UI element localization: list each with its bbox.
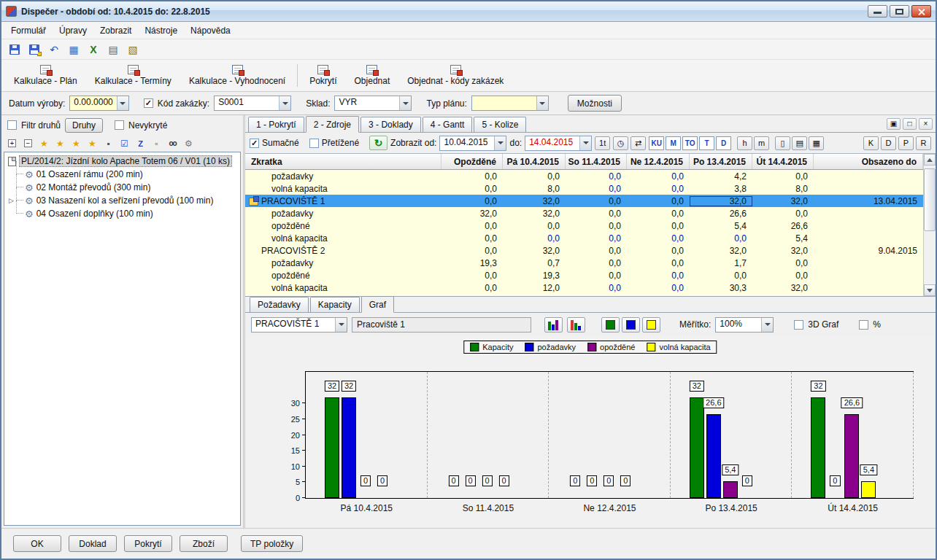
action-button-kalkulace-terminy[interactable]: Kalkulace - Termíny	[87, 61, 180, 90]
period-button-p[interactable]: P	[898, 136, 914, 150]
filter-button-m[interactable]: M	[666, 136, 681, 150]
menu-upravy[interactable]: Úpravy	[53, 23, 93, 39]
dock-icon[interactable]: ▣	[887, 118, 901, 130]
unit-button-h[interactable]: h	[737, 136, 752, 150]
pokryti-button[interactable]: Pokrytí	[124, 535, 172, 552]
dot-icon[interactable]: ▪	[101, 136, 116, 151]
table-row[interactable]: volná kapacita0,012,00,00,030,332,0	[245, 281, 923, 294]
doklad-button[interactable]: Doklad	[69, 535, 117, 552]
workplace-dropdown-button[interactable]	[335, 318, 347, 332]
column-header-po-13-4-2015[interactable]: Po 13.4.2015	[690, 154, 752, 169]
filtr-druhu-checkbox[interactable]	[7, 120, 17, 130]
column-header-ut-14-4-2015[interactable]: Út 14.4.2015	[752, 154, 814, 169]
datum-vyroby-dropdown-button[interactable]	[117, 96, 128, 110]
table-row[interactable]: volná kapacita0,00,00,00,00,05,4	[245, 232, 923, 244]
table-icon[interactable]: ▦	[65, 42, 82, 58]
tree-item-04-osazeni-doplnky-1[interactable]: ⚙04 Osazení doplňky (100 min)	[15, 207, 239, 220]
sklad-combo[interactable]: VYR	[334, 96, 412, 111]
clock-icon[interactable]: ◷	[613, 136, 628, 150]
filter-button-ku[interactable]: KU	[649, 136, 664, 150]
undo-icon[interactable]: ↶	[45, 42, 63, 58]
notebook-icon[interactable]: ▧	[124, 42, 142, 58]
sumacne-checkbox[interactable]: ✓	[250, 139, 259, 148]
binoculars-icon[interactable]: oo	[165, 136, 180, 151]
maximize-button[interactable]	[890, 5, 909, 18]
period-button-r[interactable]: R	[916, 136, 931, 150]
tab-2-zdroje[interactable]: 2 - Zdroje	[306, 116, 359, 133]
star-remove-icon[interactable]: ★	[69, 136, 84, 151]
unit-button-m[interactable]: m	[754, 136, 769, 150]
series-color-button-1[interactable]	[622, 317, 640, 332]
table-row[interactable]: volná kapacita0,08,00,00,03,88,0	[245, 182, 923, 195]
save-as-icon[interactable]	[26, 42, 43, 58]
print-icon[interactable]: ▤	[104, 42, 122, 58]
filter-button-d[interactable]: D	[716, 136, 731, 150]
action-button-kalkulace-vyhodnoceni[interactable]: Kalkulace - Vyhodnocení	[181, 61, 293, 90]
sklad-dropdown-button[interactable]	[399, 96, 411, 110]
zbozi-button[interactable]: Zboží	[180, 535, 228, 552]
scroll-up-button[interactable]	[924, 154, 936, 166]
star-icon[interactable]: ★	[36, 136, 52, 151]
table-row[interactable]: PRACOVIŠTĚ 10,032,00,00,032,032,013.04.2…	[245, 195, 923, 207]
tab-4-gantt[interactable]: 4 - Gantt	[423, 117, 473, 133]
menu-zobrazit[interactable]: Zobrazit	[93, 23, 138, 39]
star-edit-icon[interactable]: ★	[85, 136, 100, 151]
minimize-button[interactable]	[868, 5, 887, 18]
view-week-icon[interactable]: ▤	[792, 136, 807, 150]
save-icon[interactable]	[6, 42, 23, 58]
column-header-opozdene[interactable]: Opožděné	[441, 154, 503, 169]
workplace-combo[interactable]: PRACOVIŠTĚ 1	[251, 317, 347, 332]
close-panel-icon[interactable]: ×	[919, 118, 933, 130]
action-button-pokryti[interactable]: Pokrytí	[301, 61, 344, 90]
titlebar[interactable]: Dispečer - období od: 10.4.2015 do: 22.8…	[1, 1, 936, 22]
maximize-panel-icon[interactable]: □	[903, 118, 917, 130]
menu-napoveda[interactable]: Nápověda	[184, 23, 237, 39]
chart-type-stacked-icon[interactable]	[567, 317, 585, 332]
checkbox-icon[interactable]: ☑	[117, 136, 132, 151]
chart-type-bars-icon[interactable]	[544, 317, 563, 332]
close-button[interactable]	[911, 5, 931, 18]
scroll-down-button[interactable]	[924, 284, 936, 296]
date-from-combo[interactable]: 10.04.2015	[439, 136, 506, 151]
tp-polozky-button[interactable]: TP položky	[241, 535, 303, 552]
tree-item-02-montaz-prevodu-30[interactable]: ⚙02 Montáž převodů (300 min)	[15, 181, 239, 194]
column-header-so-11-4-2015[interactable]: So 11.4.2015	[566, 154, 627, 169]
swap-icon[interactable]: ⇄	[631, 136, 646, 150]
ok-button[interactable]: OK	[13, 535, 61, 552]
tab-pozadavky[interactable]: Požadavky	[250, 297, 309, 313]
meritko-dropdown-button[interactable]	[761, 318, 773, 332]
date-to-combo[interactable]: 14.04.2015	[525, 136, 592, 151]
tree-root-item[interactable]: PL/2014/2: Jízdní kolo Apache Totem 06 /…	[6, 155, 239, 168]
view-grid-icon[interactable]: ▦	[809, 136, 824, 150]
3d-graf-checkbox[interactable]	[794, 320, 803, 330]
column-header-pa-10-4-2015[interactable]: Pá 10.4.2015	[503, 154, 566, 169]
tree-item-03-nasazeni-kol-a-se[interactable]: ▷⚙03 Nasazení kol a seřízení převodů (10…	[15, 194, 239, 207]
action-button-objednat[interactable]: Objednat	[347, 61, 398, 90]
typ-planu-dropdown-button[interactable]	[536, 96, 548, 110]
percent-checkbox[interactable]	[859, 320, 868, 330]
date-to-dropdown-button[interactable]	[579, 136, 591, 150]
scroll-track[interactable]	[924, 166, 936, 284]
collapse-all-icon[interactable]: −	[20, 136, 36, 151]
tab-kapacity[interactable]: Kapacity	[310, 297, 360, 313]
kod-zakazky-checkbox[interactable]: ✓	[144, 98, 153, 108]
table-row[interactable]: PRACOVIŠTĚ 20,032,00,00,032,032,09.04.20…	[245, 244, 923, 257]
expand-all-icon[interactable]: +	[4, 136, 20, 151]
action-button-kalkulace-plan[interactable]: Kalkulace - Plán	[6, 61, 85, 90]
table-row[interactable]: požadavky0,00,00,00,04,20,0	[245, 170, 923, 182]
star-add-icon[interactable]: ★	[53, 136, 68, 151]
series-color-button-2[interactable]	[642, 317, 660, 332]
tab-1-pokryti[interactable]: 1 - Pokrytí	[248, 117, 304, 133]
tree-item-01-osazeni-ramu-200-[interactable]: ⚙01 Osazení rámu (200 min)	[15, 168, 239, 181]
kod-zakazky-dropdown-button[interactable]	[279, 96, 290, 110]
moznosti-button[interactable]: Možnosti	[568, 95, 622, 112]
nevykryte-checkbox[interactable]	[115, 120, 124, 130]
table-row[interactable]: požadavky19,30,70,00,01,70,0	[245, 257, 923, 269]
table-row[interactable]: požadavky32,032,00,00,026,60,0	[245, 207, 923, 219]
grid-scrollbar[interactable]	[923, 154, 936, 296]
excel-export-icon[interactable]: X	[85, 42, 102, 58]
refresh-button[interactable]: ↻	[369, 136, 387, 150]
scroll-thumb[interactable]	[924, 168, 936, 231]
datum-vyroby-combo[interactable]: 0.00.0000	[69, 96, 128, 111]
filter-button-to[interactable]: TO	[682, 136, 698, 150]
